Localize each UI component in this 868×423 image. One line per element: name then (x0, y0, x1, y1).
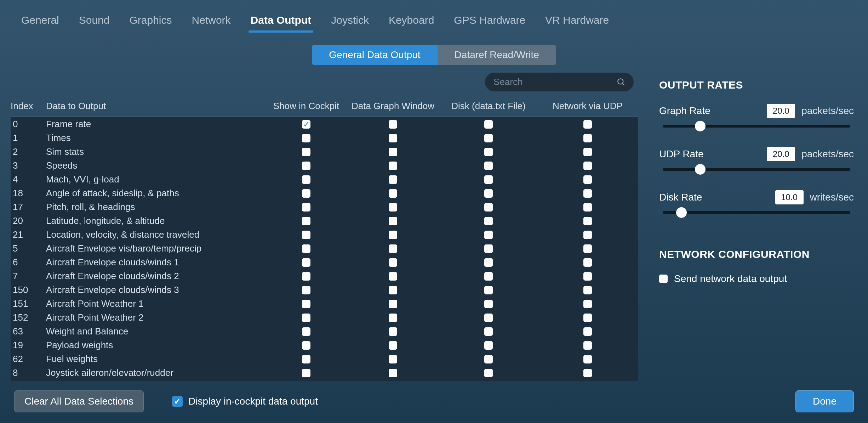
checkbox-disk[interactable] (484, 189, 493, 198)
checkbox-disk[interactable] (484, 148, 493, 156)
checkbox-udp[interactable] (583, 355, 592, 363)
checkbox-udp[interactable] (583, 272, 592, 281)
checkbox-graph[interactable] (389, 148, 397, 156)
display-cockpit-checkbox[interactable]: Display in-cockpit data output (172, 396, 318, 407)
tab-vr-hardware[interactable]: VR Hardware (545, 14, 609, 32)
checkbox-graph[interactable] (389, 175, 397, 184)
disk-rate-input[interactable] (775, 190, 804, 204)
checkbox-disk[interactable] (484, 134, 493, 142)
checkbox-disk[interactable] (484, 300, 493, 308)
checkbox-cockpit[interactable] (302, 286, 310, 294)
checkbox-graph[interactable] (389, 189, 397, 198)
checkbox-udp[interactable] (583, 231, 592, 239)
tab-data-output[interactable]: Data Output (251, 14, 312, 32)
checkbox-udp[interactable] (583, 189, 592, 198)
checkbox-disk[interactable] (484, 314, 493, 322)
checkbox-graph[interactable] (389, 162, 397, 170)
checkbox-graph[interactable] (389, 369, 397, 377)
subtab-general-data-output[interactable]: General Data Output (312, 45, 437, 65)
checkbox-graph[interactable] (389, 272, 397, 281)
checkbox-cockpit[interactable] (302, 244, 310, 253)
checkbox-cockpit[interactable] (302, 314, 310, 322)
table-body[interactable]: 0Frame rate1Times2Sim stats3Speeds4Mach,… (11, 117, 638, 381)
checkbox-cockpit[interactable] (302, 231, 310, 239)
tab-joystick[interactable]: Joystick (331, 14, 369, 32)
checkbox-cockpit[interactable] (302, 148, 310, 156)
checkbox-udp[interactable] (583, 300, 592, 308)
checkbox-cockpit[interactable] (302, 369, 310, 377)
checkbox-graph[interactable] (389, 120, 397, 129)
udp-rate-input[interactable] (767, 147, 795, 161)
checkbox-disk[interactable] (484, 327, 493, 336)
checkbox-disk[interactable] (484, 244, 493, 253)
disk-rate-slider[interactable] (663, 209, 850, 216)
checkbox-cockpit[interactable] (302, 258, 310, 267)
graph-rate-slider[interactable] (663, 122, 850, 130)
checkbox-cockpit[interactable] (302, 162, 310, 170)
checkbox-graph[interactable] (389, 314, 397, 322)
checkbox-udp[interactable] (583, 175, 592, 184)
checkbox-udp[interactable] (583, 148, 592, 156)
checkbox-udp[interactable] (583, 244, 592, 253)
checkbox-disk[interactable] (484, 175, 493, 184)
checkbox-udp[interactable] (583, 134, 592, 142)
checkbox-graph[interactable] (389, 244, 397, 253)
checkbox-graph[interactable] (389, 134, 397, 142)
checkbox-disk[interactable] (484, 355, 493, 363)
tab-graphics[interactable]: Graphics (129, 14, 172, 32)
slider-thumb[interactable] (695, 164, 706, 175)
udp-rate-slider[interactable] (663, 165, 850, 173)
checkbox-disk[interactable] (484, 231, 493, 239)
done-button[interactable]: Done (795, 390, 854, 412)
graph-rate-input[interactable] (767, 104, 795, 118)
checkbox-disk[interactable] (484, 258, 493, 267)
checkbox-cockpit[interactable] (302, 272, 310, 281)
checkbox-cockpit[interactable] (302, 341, 310, 350)
tab-general[interactable]: General (21, 14, 59, 32)
tab-keyboard[interactable]: Keyboard (389, 14, 434, 32)
checkbox-udp[interactable] (583, 217, 592, 225)
checkbox-disk[interactable] (484, 286, 493, 294)
checkbox-graph[interactable] (389, 286, 397, 294)
slider-thumb[interactable] (695, 121, 706, 131)
checkbox-udp[interactable] (583, 203, 592, 212)
checkbox-udp[interactable] (583, 258, 592, 267)
search-box[interactable] (485, 73, 634, 91)
checkbox-icon[interactable] (659, 275, 668, 283)
checkbox-cockpit[interactable] (302, 300, 310, 308)
subtab-dataref-read-write[interactable]: Dataref Read/Write (438, 45, 556, 65)
checkbox-disk[interactable] (484, 162, 493, 170)
checkbox-graph[interactable] (389, 203, 397, 212)
checkbox-disk[interactable] (484, 120, 493, 129)
tab-sound[interactable]: Sound (79, 14, 110, 32)
checkbox-udp[interactable] (583, 162, 592, 170)
checkbox-cockpit[interactable] (302, 134, 310, 142)
checkbox-disk[interactable] (484, 203, 493, 212)
checkbox-graph[interactable] (389, 217, 397, 225)
checkbox-cockpit[interactable] (302, 355, 310, 363)
checkbox-graph[interactable] (389, 258, 397, 267)
checkbox-udp[interactable] (583, 120, 592, 129)
checkbox-cockpit[interactable] (302, 203, 310, 212)
checkbox-cockpit[interactable] (302, 189, 310, 198)
checkbox-icon[interactable] (172, 396, 183, 407)
checkbox-cockpit[interactable] (302, 327, 310, 336)
send-network-data-checkbox[interactable]: Send network data output (659, 273, 854, 284)
tab-gps-hardware[interactable]: GPS Hardware (454, 14, 525, 32)
checkbox-cockpit[interactable] (302, 217, 310, 225)
checkbox-udp[interactable] (583, 341, 592, 350)
checkbox-cockpit[interactable] (302, 175, 310, 184)
checkbox-udp[interactable] (583, 286, 592, 294)
checkbox-disk[interactable] (484, 272, 493, 281)
checkbox-graph[interactable] (389, 327, 397, 336)
checkbox-graph[interactable] (389, 341, 397, 350)
tab-network[interactable]: Network (192, 14, 231, 32)
checkbox-cockpit[interactable] (302, 120, 310, 129)
slider-thumb[interactable] (676, 207, 687, 218)
checkbox-udp[interactable] (583, 314, 592, 322)
checkbox-graph[interactable] (389, 355, 397, 363)
search-input[interactable] (493, 76, 617, 88)
checkbox-disk[interactable] (484, 369, 493, 377)
checkbox-disk[interactable] (484, 341, 493, 350)
checkbox-graph[interactable] (389, 231, 397, 239)
